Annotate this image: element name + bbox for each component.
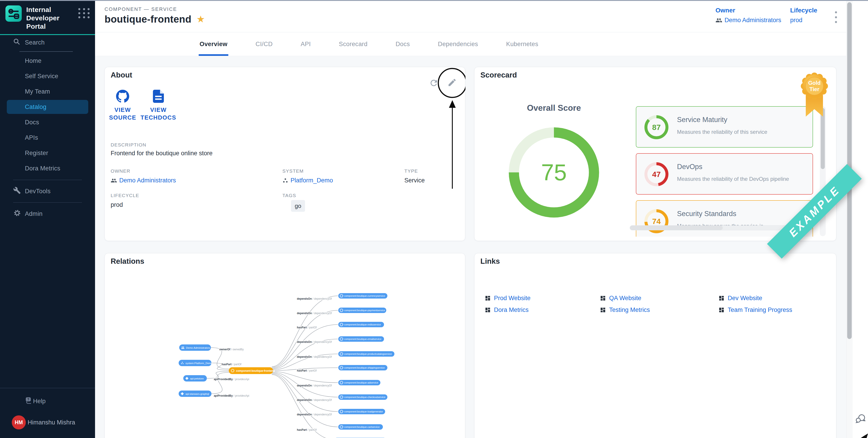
sidebar-item-admin[interactable]: Admin	[0, 206, 95, 221]
graph-node[interactable]: api:starwars-graphql	[179, 391, 212, 397]
relations-card: Relations ownerOf / ownedByhasPart / par…	[104, 253, 465, 438]
system-field-label: SYSTEM	[282, 168, 304, 174]
svg-text:component:boutique-shippingser: component:boutique-shippingservice	[344, 366, 385, 369]
tag-chip[interactable]: go	[291, 200, 305, 212]
link-label: QA Website	[609, 295, 641, 302]
svg-text:Demo Administrators: Demo Administrators	[186, 346, 210, 349]
graph-node[interactable]: component:boutique-adservice	[338, 380, 380, 385]
sidebar-item-dora-metrics[interactable]: Dora Metrics	[0, 161, 95, 176]
metric-title: Security Standards	[677, 210, 736, 218]
sidebar-item-label: Admin	[25, 210, 42, 217]
graph-node[interactable]: api:petstore	[183, 375, 207, 381]
sidebar-item-my-team[interactable]: My Team	[0, 84, 95, 99]
graph-node[interactable]: component:boutique-cartservice	[338, 424, 383, 430]
dashboard-icon	[600, 295, 606, 301]
more-options-button[interactable]	[831, 10, 841, 25]
lifecycle-field-value: prod	[111, 201, 123, 208]
owner-field-link[interactable]: Demo Administrators	[111, 177, 176, 184]
link-prod-website[interactable]: Prod Website	[485, 295, 531, 302]
owner-value: Demo Administrators	[724, 17, 781, 24]
sidebar-item-apis[interactable]: APIs	[0, 130, 95, 145]
svg-text:component:boutique-adservice: component:boutique-adservice	[344, 381, 378, 384]
graph-node[interactable]: component:boutique-shippingservice	[338, 365, 388, 370]
graph-node[interactable]: component:boutique-paymentservice	[338, 308, 386, 313]
graph-node[interactable]: system:Platform_Demo	[179, 360, 213, 366]
help-chat-icon: ?	[25, 396, 33, 406]
apps-grid-icon[interactable]	[78, 8, 90, 18]
svg-text:dependsOn / dependencyOf: dependsOn / dependencyOf	[297, 340, 332, 343]
link-label: Dora Metrics	[494, 306, 529, 313]
portal-logo-icon[interactable]	[5, 5, 22, 22]
sidebar-item-register[interactable]: Register	[0, 145, 95, 161]
tab-api[interactable]: API	[287, 32, 325, 56]
tab-kubernetes[interactable]: Kubernetes	[492, 32, 552, 56]
page-scrollbar[interactable]	[846, 1, 852, 438]
sidebar-item-help[interactable]: ? Help	[0, 394, 95, 409]
gear-icon	[13, 209, 21, 219]
svg-text:hasPart / partOf: hasPart / partOf	[297, 369, 317, 372]
sidebar-user[interactable]: HM Himanshu Mishra	[0, 415, 95, 430]
owner-link[interactable]: Demo Administrators	[715, 17, 781, 24]
description-value: Frontend for the boutique online store	[111, 150, 213, 157]
svg-text:Tier: Tier	[809, 86, 819, 92]
tab-dependencies[interactable]: Dependencies	[424, 32, 492, 56]
graph-node[interactable]: Demo Administrators	[179, 344, 211, 351]
graph-node[interactable]: component:boutique-redisservice	[338, 322, 384, 327]
sidebar-item-docs[interactable]: Docs	[0, 114, 95, 130]
chat-bubbles-icon[interactable]	[855, 413, 867, 425]
edit-pencil-button[interactable]	[443, 73, 461, 92]
sidebar-item-devtools[interactable]: DevTools	[0, 184, 95, 199]
overall-score-value: 75	[509, 127, 599, 217]
divider	[0, 388, 95, 388]
sidebar-item-catalog[interactable]: Catalog	[7, 100, 88, 114]
refresh-button[interactable]	[425, 74, 443, 92]
graph-node[interactable]: component:boutique-productcatalogservice	[338, 351, 394, 357]
graph-node[interactable]: component:boutique-currencyservice	[338, 293, 388, 299]
sidebar-item-label: Search	[25, 39, 44, 46]
link-dora-metrics[interactable]: Dora Metrics	[485, 306, 529, 313]
system-field-link[interactable]: Platform_Demo	[282, 177, 333, 184]
type-field-label: TYPE	[404, 168, 418, 174]
tab-overview[interactable]: Overview	[186, 32, 242, 56]
dashboard-icon	[485, 307, 491, 313]
svg-text:dependsOn / dependencyOf: dependsOn / dependencyOf	[297, 297, 332, 300]
view-source-label: VIEW SOURCE	[104, 106, 141, 121]
graph-node[interactable]: component:boutique-checkoutservice	[338, 394, 388, 400]
favorite-star-icon[interactable]: ★	[196, 14, 205, 24]
links-card: Links Prod Website QA Website Dev Websit…	[474, 253, 836, 438]
card-title: Scorecard	[480, 71, 517, 79]
link-label: Testing Metrics	[609, 306, 650, 313]
card-title: About	[111, 71, 132, 79]
sidebar-item-search[interactable]: Search	[0, 35, 95, 50]
overall-score-label: Overall Score	[509, 103, 599, 113]
entity-header: COMPONENT — SERVICE boutique-frontend ★ …	[95, 1, 868, 32]
graph-node[interactable]: component:boutique-emailservice	[338, 336, 384, 342]
svg-text:87: 87	[652, 123, 661, 132]
sidebar: Internal Developer Portal Search HomeSel…	[0, 1, 95, 438]
svg-text:system:Platform_Demo: system:Platform_Demo	[186, 362, 213, 365]
relations-graph[interactable]: ownerOf / ownedByhasPart / partOfapiProv…	[105, 254, 465, 438]
metric-card-devops[interactable]: 47 DevOps Measures the reliability of th…	[636, 153, 813, 195]
metric-card-service-maturity[interactable]: 87 Service Maturity Measures the reliabi…	[636, 106, 813, 147]
svg-text:Gold: Gold	[808, 80, 821, 86]
tab-ci-cd[interactable]: CI/CD	[242, 32, 287, 56]
view-techdocs-link[interactable]: VIEW TECHDOCS	[139, 90, 178, 121]
link-testing-metrics[interactable]: Testing Metrics	[600, 306, 650, 313]
link-team-training-progress[interactable]: Team Training Progress	[718, 306, 792, 313]
graph-node[interactable]: component:boutique-loadgenerator	[338, 409, 385, 414]
lifecycle-label: Lifecycle	[790, 7, 817, 14]
svg-text:component:boutique-emailservic: component:boutique-emailservice	[344, 338, 381, 340]
tab-scorecard[interactable]: Scorecard	[325, 32, 382, 56]
card-title: Links	[480, 257, 500, 266]
sidebar-item-self-service[interactable]: Self Service	[0, 68, 95, 84]
view-source-link[interactable]: VIEW SOURCE	[103, 90, 142, 121]
sidebar-item-home[interactable]: Home	[0, 53, 95, 68]
tab-docs[interactable]: Docs	[381, 32, 424, 56]
description-label: DESCRIPTION	[111, 142, 146, 147]
sidebar-item-label: Help	[33, 398, 46, 405]
link-dev-website[interactable]: Dev Website	[718, 295, 762, 302]
graph-node-center[interactable]: component:boutique-frontend	[229, 367, 275, 374]
svg-text:component:boutique-frontend: component:boutique-frontend	[236, 369, 275, 372]
svg-text:?: ?	[27, 398, 29, 401]
link-qa-website[interactable]: QA Website	[600, 295, 641, 302]
